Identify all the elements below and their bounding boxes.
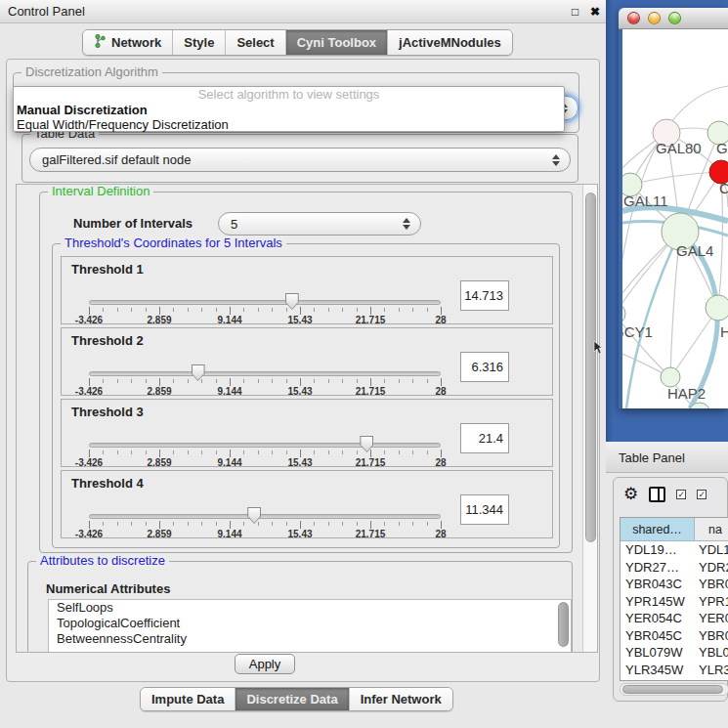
column-header-shared-name[interactable]: shared…	[621, 518, 695, 541]
tick-label: 2.859	[147, 457, 171, 468]
close-traffic-light[interactable]	[627, 12, 640, 24]
zoom-traffic-light[interactable]	[668, 12, 681, 24]
tick-mark	[216, 308, 217, 312]
tick-label: 15.43	[287, 386, 312, 397]
table-row[interactable]: YDL19…YDL1	[621, 541, 728, 559]
tick-mark	[314, 522, 315, 526]
table-row[interactable]: YPR145WYPR1	[621, 593, 728, 611]
network-node-node-H[interactable]	[706, 295, 728, 321]
tab-cyni-toolbox[interactable]: Cyni Toolbox	[286, 30, 388, 55]
tick-label: -3.426	[75, 457, 103, 468]
network-canvas[interactable]: GAL80GALGAL11CGAL4GCY1HHAP2	[622, 29, 728, 408]
combo-arrows-icon	[403, 218, 410, 230]
main-scrollbar-thumb[interactable]	[585, 193, 596, 542]
table-panel-container: ⚙ ✓ ✓ shared… na YDL19…YDL1YDR27…YDR2YBR…	[613, 477, 728, 702]
threshold-value-field[interactable]: 14.713	[460, 280, 509, 311]
table-row[interactable]: YER054CYER0	[621, 610, 728, 627]
tick-mark	[314, 308, 315, 312]
tick-mark	[399, 522, 400, 526]
tick-mark	[131, 379, 132, 383]
table-hscrollbar-thumb[interactable]	[622, 685, 723, 694]
tick-mark	[370, 378, 371, 386]
table-hscrollbar-track[interactable]	[620, 683, 728, 696]
tick-mark	[286, 379, 287, 383]
checkbox-select-icon[interactable]: ✓	[697, 490, 707, 499]
tab-impute-data[interactable]: Impute Data	[141, 688, 236, 710]
node-attribute-table[interactable]: shared… na YDL19…YDL1YDR27…YDR2YBR043CYB…	[620, 517, 728, 681]
menu-item-equal-width-frequency[interactable]: Equal Width/Frequency Discretization	[14, 117, 564, 132]
network-node-GCY1[interactable]	[622, 303, 625, 324]
number-of-intervals-combobox[interactable]: 5	[218, 212, 421, 236]
tick-mark	[370, 521, 371, 529]
tab-label: Network	[111, 35, 161, 50]
tick-mark	[314, 379, 315, 383]
attribute-list-item[interactable]: SelfLoops	[49, 600, 571, 616]
tick-mark	[117, 379, 118, 383]
checkbox-select-all-icon[interactable]: ✓	[676, 490, 686, 499]
tick-mark	[146, 379, 147, 383]
table-row[interactable]: YBR045CYBR0	[621, 627, 728, 645]
apply-button[interactable]: Apply	[235, 654, 295, 674]
tab-discretize-data[interactable]: Discretize Data	[236, 688, 349, 710]
table-row[interactable]: YLR345WYLR3	[621, 662, 728, 679]
slider-track[interactable]	[89, 514, 441, 519]
threshold-value-field[interactable]: 21.4	[460, 423, 509, 453]
tick-mark	[272, 308, 273, 312]
table-data-combobox[interactable]: galFiltered.sif default node	[29, 148, 571, 172]
columns-icon[interactable]	[649, 487, 665, 502]
tick-mark	[427, 308, 428, 312]
network-window-titlebar[interactable]	[619, 8, 728, 29]
tick-mark	[103, 522, 104, 526]
table-row[interactable]: YIL053CYIL0	[621, 678, 728, 681]
tab-select[interactable]: Select	[226, 30, 285, 55]
tab-style[interactable]: Style	[173, 30, 226, 55]
tick-mark	[286, 450, 287, 454]
attribute-list-item[interactable]: TopologicalCoefficient	[49, 616, 571, 631]
tab-network[interactable]: Network	[83, 30, 173, 55]
tick-mark	[173, 522, 174, 526]
cell-name: YLR3	[695, 663, 728, 677]
minimize-traffic-light[interactable]	[648, 12, 661, 24]
tick-mark	[188, 450, 189, 454]
tick-mark	[427, 379, 428, 383]
slider-track[interactable]	[89, 300, 441, 305]
threshold-value-field[interactable]: 11.344	[460, 494, 509, 525]
tick-mark	[427, 450, 428, 454]
cell-name: YBL0	[695, 645, 728, 660]
tick-label: 21.715	[356, 315, 386, 325]
tab-infer-network[interactable]: Infer Network	[350, 688, 452, 710]
tick-mark	[201, 308, 202, 312]
column-header-name[interactable]: na	[695, 518, 728, 541]
table-row[interactable]: YBR043CYBR0	[621, 576, 728, 593]
main-scrollbar-track[interactable]	[582, 185, 597, 652]
numerical-attributes-list[interactable]: SelfLoopsTopologicalCoefficientBetweenne…	[48, 599, 572, 653]
menu-item-manual-discretization[interactable]: Manual Discretization	[14, 103, 564, 117]
tick-label: 15.43	[287, 457, 312, 468]
attributes-scrollbar[interactable]	[558, 602, 569, 647]
tick-label: 21.715	[356, 457, 386, 468]
table-row[interactable]: YBL079WYBL0	[621, 644, 728, 662]
table-row[interactable]: YDR27…YDR2	[621, 559, 728, 577]
tick-mark	[357, 450, 358, 454]
settings-scroll-viewport: Interval Definition Number of Intervals …	[16, 184, 598, 653]
tick-mark	[300, 450, 301, 457]
numerical-attributes-label: Numerical Attributes	[46, 581, 170, 596]
float-panel-icon[interactable]: □	[572, 5, 578, 19]
tick-mark	[89, 378, 90, 386]
tick-mark	[412, 308, 413, 312]
tick-mark	[300, 378, 301, 386]
threshold-value-field[interactable]: 6.316	[460, 352, 509, 382]
slider-track[interactable]	[89, 443, 441, 448]
slider-ticks	[89, 521, 441, 531]
gear-icon[interactable]: ⚙	[623, 486, 638, 502]
tick-label: 28	[435, 529, 446, 539]
node-label-GAL11: GAL11	[623, 193, 668, 209]
close-panel-icon[interactable]: ✖	[590, 5, 600, 19]
tick-label: 15.43	[287, 315, 312, 325]
tab-jactivemnodules[interactable]: jActiveMNodules	[388, 30, 512, 55]
slider-track[interactable]	[89, 371, 441, 376]
attribute-list-item[interactable]: BetweennessCentrality	[49, 631, 571, 647]
tick-mark	[300, 521, 301, 529]
network-node-HAP2[interactable]	[661, 367, 680, 387]
algorithm-placeholder-item[interactable]: Select algorithm to view settings	[14, 87, 564, 103]
